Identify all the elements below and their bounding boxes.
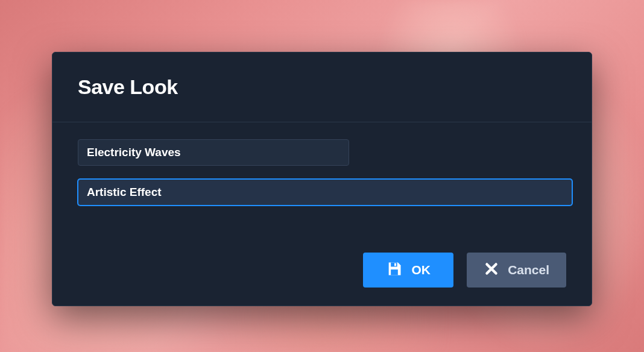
dialog-title: Save Look	[78, 75, 566, 99]
cancel-button[interactable]: Cancel	[467, 253, 566, 288]
dialog-footer: OK Cancel	[52, 219, 592, 306]
save-look-dialog: Save Look OK Cancel	[52, 52, 592, 306]
look-category-input[interactable]	[78, 179, 572, 206]
svg-rect-2	[391, 269, 399, 275]
cancel-button-label: Cancel	[508, 263, 549, 277]
ok-button[interactable]: OK	[363, 253, 453, 288]
svg-rect-0	[391, 262, 398, 266]
save-icon	[386, 260, 403, 280]
ok-button-label: OK	[411, 263, 431, 277]
dialog-body	[52, 122, 592, 219]
close-icon	[484, 261, 499, 280]
dialog-header: Save Look	[52, 52, 592, 122]
look-name-input[interactable]	[78, 139, 349, 166]
svg-rect-1	[394, 263, 396, 266]
